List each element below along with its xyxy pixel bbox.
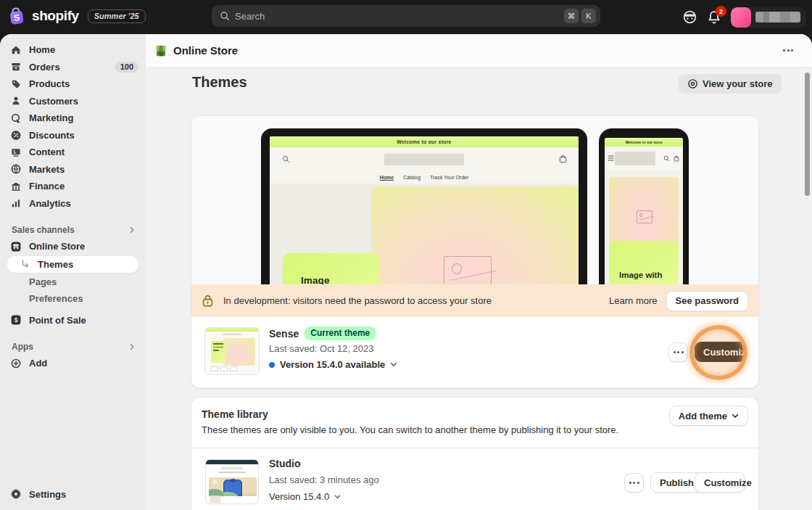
app-header: Online Store: [146, 34, 812, 67]
app-title: Online Store: [173, 44, 779, 57]
edition-badge[interactable]: Summer '25: [88, 9, 146, 23]
discounts-icon: [10, 129, 22, 141]
preview-bag-icon: [559, 155, 567, 163]
preview-search-icon: [663, 155, 670, 162]
sidebar-item-themes[interactable]: Themes: [7, 256, 138, 273]
theme-more-button[interactable]: [624, 473, 644, 493]
preview-image-with-text-card-mobile: Image with: [609, 241, 679, 284]
sidebar-item-customers[interactable]: Customers: [0, 93, 146, 110]
learn-more-link[interactable]: Learn more: [609, 295, 657, 306]
finance-bank-icon: [10, 181, 22, 192]
preview-bag-icon: [674, 155, 679, 162]
chevron-down-icon: [390, 362, 397, 367]
theme-more-button[interactable]: [668, 342, 688, 362]
padlock-icon: [202, 295, 213, 307]
see-password-button[interactable]: See password: [666, 291, 748, 311]
mobile-preview-mockup: Welcome to our store: [599, 128, 689, 284]
store-name-redacted: [755, 12, 800, 22]
sidebar-item-point-of-sale[interactable]: $ Point of Sale: [0, 312, 146, 329]
preview-announcement-bar: Welcome to our store: [270, 136, 579, 147]
nested-arrow-icon: [20, 258, 32, 270]
scrollbar-thumb[interactable]: [805, 73, 810, 196]
apps-header[interactable]: Apps: [0, 339, 146, 355]
version-disclosure[interactable]: Version 15.4.0: [269, 491, 341, 502]
customers-icon: [10, 95, 22, 107]
notifications-bell-icon[interactable]: 2: [708, 10, 721, 24]
chevron-down-icon: [334, 495, 341, 499]
sidebar-item-marketing[interactable]: Marketing: [0, 110, 146, 127]
image-placeholder-icon: [637, 210, 652, 223]
top-bar: S shopify Summer '25 Search ⌘ K 2: [0, 0, 812, 34]
sidebar-item-add-app[interactable]: Add: [0, 355, 146, 372]
sense-theme-thumbnail: [204, 327, 260, 375]
update-available-dot: [269, 362, 275, 368]
shopify-admin-window: S shopify Summer '25 Search ⌘ K 2: [0, 0, 812, 510]
sidebar-item-content[interactable]: Content: [0, 144, 146, 161]
sidebar-item-preferences[interactable]: Preferences: [0, 290, 146, 307]
kbd-k: K: [581, 9, 596, 23]
last-saved-text: Last saved: 3 minutes ago: [269, 474, 379, 485]
last-saved-text: Last saved: Oct 12, 2023: [269, 343, 374, 354]
view-your-store-button[interactable]: View your store: [679, 74, 782, 94]
home-icon: [10, 44, 22, 56]
preview-nav: Home Catalog Track Your Order: [270, 170, 579, 184]
sales-channels-header[interactable]: Sales channels: [0, 222, 146, 238]
avatar: [731, 7, 751, 28]
preview-body: Imagewith text Pair text with an image t…: [270, 184, 579, 284]
preview-image-with-text-card: Imagewith text Pair text with an image t…: [283, 253, 380, 284]
search-placeholder: Search: [235, 11, 561, 22]
add-theme-button[interactable]: Add theme: [669, 406, 748, 426]
preview-logo-blurred-mobile: [615, 152, 655, 165]
image-placeholder-icon: [444, 256, 492, 284]
orders-icon: [10, 61, 22, 73]
markets-globe-icon: [10, 163, 22, 175]
sidebar-item-online-store[interactable]: Online Store: [0, 238, 146, 255]
ninja-face-icon[interactable]: [682, 9, 697, 25]
sidebar-item-settings[interactable]: Settings: [0, 486, 146, 503]
eye-icon: [687, 78, 698, 89]
online-store-green-icon: [154, 44, 167, 57]
library-theme-row: Studio Last saved: 3 minutes ago Version…: [191, 448, 758, 510]
preview-header: [270, 147, 579, 170]
page-title: Themes: [192, 74, 247, 91]
shopify-logo[interactable]: S shopify Summer '25: [7, 6, 146, 26]
content-icon: [10, 147, 22, 158]
header-more-button[interactable]: [779, 45, 798, 56]
customize-button[interactable]: Customize: [695, 342, 745, 362]
studio-theme-thumbnail: [205, 459, 259, 504]
sidebar-item-markets[interactable]: Markets: [0, 161, 146, 178]
chevron-down-icon: [732, 414, 739, 419]
svg-text:$: $: [14, 316, 18, 324]
kbd-cmd: ⌘: [564, 9, 579, 23]
chevron-right-icon: [128, 226, 136, 234]
customize-button[interactable]: Customize: [695, 472, 745, 493]
preview-hero-image: [371, 186, 579, 284]
version-disclosure[interactable]: Version 15.4.0 available: [269, 359, 397, 370]
marketing-icon: [10, 112, 22, 124]
search-input[interactable]: Search ⌘ K: [212, 5, 600, 27]
shopify-wordmark: shopify: [32, 8, 79, 24]
theme-library-card: Theme library Add theme These themes are…: [191, 398, 758, 510]
account-menu[interactable]: [731, 7, 806, 28]
point-of-sale-icon: $: [10, 314, 22, 326]
sidebar-item-products[interactable]: Products: [0, 75, 146, 93]
sidebar-item-analytics[interactable]: Analytics: [0, 195, 146, 213]
development-banner: In development: visitors need the passwo…: [191, 284, 758, 317]
topbar-actions: 2: [682, 0, 806, 34]
sidebar-item-finance[interactable]: Finance: [0, 178, 146, 195]
sidebar-item-home[interactable]: Home: [0, 41, 146, 59]
search-icon: [220, 11, 230, 21]
orders-count-badge: 100: [115, 62, 138, 73]
hamburger-icon: [608, 155, 614, 161]
banner-message: In development: visitors need the passwo…: [223, 295, 609, 306]
current-theme-badge: Current theme: [304, 326, 376, 340]
chevron-right-icon: [128, 343, 136, 350]
preview-announcement-bar-mobile: Welcome to our store: [605, 138, 683, 147]
sidebar-item-discounts[interactable]: Discounts: [0, 127, 146, 144]
sidebar-item-pages[interactable]: Pages: [0, 273, 146, 290]
theme-preview: Welcome to our store Home Catalog Trac: [191, 116, 758, 284]
current-theme-card: Welcome to our store Home Catalog Trac: [191, 116, 758, 388]
sidebar-item-orders[interactable]: Orders 100: [0, 59, 146, 76]
themes-page: Themes View your store Welcome to our st…: [146, 68, 812, 510]
theme-name: Studio: [269, 458, 301, 469]
